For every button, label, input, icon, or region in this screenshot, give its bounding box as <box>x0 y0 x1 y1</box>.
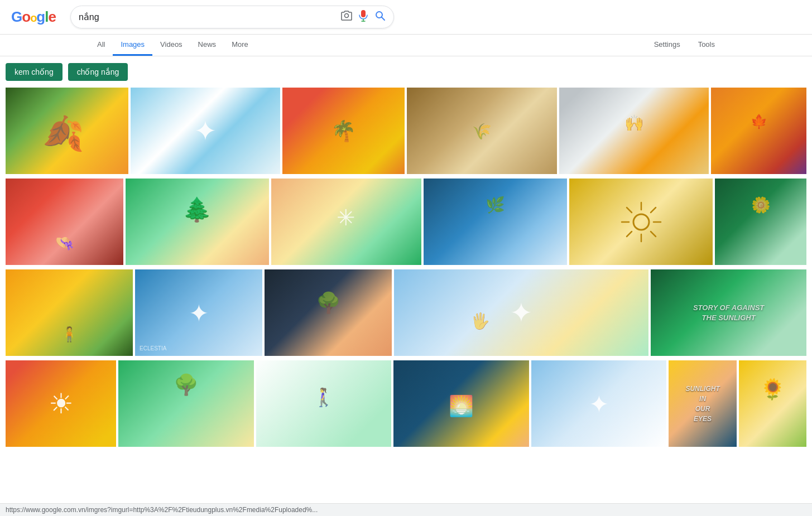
bokeh-tree-icon: 🌳 <box>174 373 199 397</box>
image-tile-6[interactable]: 🍁 <box>711 88 806 174</box>
svg-line-13 <box>627 232 632 237</box>
suggestion-chips: kem chống chống nắng <box>0 56 812 88</box>
svg-line-4 <box>381 17 385 21</box>
svg-line-10 <box>627 208 632 213</box>
image-tile-15[interactable]: 🌳 <box>265 269 392 356</box>
flower-field-icon: 🌼 <box>751 196 771 214</box>
image-tile-2[interactable]: ✦ <box>131 88 280 174</box>
search-icons <box>341 9 386 25</box>
logo-g1: G <box>11 8 22 26</box>
grass-icon: 🌾 <box>472 122 492 140</box>
search-input[interactable] <box>79 12 335 22</box>
bright-sun-icon: ✦ <box>589 389 609 418</box>
image-tile-7[interactable]: 👒 <box>6 179 123 265</box>
logo-dot: o <box>30 12 36 25</box>
logo-g2: g <box>36 8 45 26</box>
leaf-icon: 🍂 <box>42 114 84 153</box>
image-row-1: 🍂 ✦ 🌴 🌾 🙌 🍁 <box>6 88 806 174</box>
tree-road-icon: 🌳 <box>316 291 341 315</box>
tab-tools[interactable]: Tools <box>690 35 723 56</box>
svg-point-5 <box>633 214 649 230</box>
image-tile-23[interactable]: SUNLIGHT IN OUR EYES <box>669 360 736 447</box>
hands-sun-icon: 🙌 <box>624 114 644 132</box>
sunlight-quote-text: STORY OF AGAINST THE SUNLIGHT <box>693 302 764 322</box>
image-row-3: 🧍 ✦ ECLESTIA 🌳 ✦ 🖐 STORY OF AGAINST THE … <box>6 269 806 356</box>
logo-e: e <box>48 8 55 26</box>
palm-sun-icon: 🌴 <box>331 119 356 143</box>
image-tile-21[interactable]: 🌅 <box>393 360 529 447</box>
image-tile-13[interactable]: 🧍 <box>6 269 133 356</box>
sunlight-eyes-text: SUNLIGHT IN OUR EYES <box>685 384 719 424</box>
hand-sun-icon: ✦ <box>510 297 533 329</box>
search-submit-icon[interactable] <box>374 10 386 24</box>
image-tile-24[interactable]: 🌻 <box>739 360 806 447</box>
windmill-icon: ✳ <box>337 205 355 230</box>
image-row-2: 👒 🌲 ✳ 🌿 <box>6 179 806 265</box>
tab-settings[interactable]: Settings <box>646 35 688 56</box>
tab-more[interactable]: More <box>224 35 256 56</box>
svg-line-11 <box>651 232 656 237</box>
chip-chong-nang[interactable]: chống nắng <box>68 63 128 81</box>
forest-sun-icon: 🌲 <box>182 196 212 223</box>
google-logo[interactable]: Google <box>11 8 56 26</box>
image-tile-14[interactable]: ✦ ECLESTIA <box>135 269 262 356</box>
header: Google <box>0 0 812 35</box>
watermark-text: ECLESTIA <box>140 345 166 351</box>
image-row-4: ☀ 🌳 🚶‍♀️ 🌅 ✦ SUNLIGHT IN OUR EYES <box>6 360 806 447</box>
search-bar <box>70 6 394 28</box>
image-tile-9[interactable]: ✳ <box>271 179 421 265</box>
sand-sun-drawing <box>619 200 664 244</box>
image-tile-10[interactable]: 🌿 <box>424 179 567 265</box>
svg-line-12 <box>651 208 656 213</box>
hand-icon: 🖐 <box>470 312 490 330</box>
image-tile-19[interactable]: 🌳 <box>118 360 254 447</box>
image-tile-11[interactable] <box>569 179 713 265</box>
sunburst-icon: ✦ <box>194 115 217 147</box>
image-tile-3[interactable]: 🌴 <box>282 88 405 174</box>
autumn-tree-icon: 🍁 <box>751 114 767 129</box>
tab-images[interactable]: Images <box>113 35 152 56</box>
logo-o1: o <box>22 8 30 26</box>
image-tile-18[interactable]: ☀ <box>6 360 116 447</box>
image-tile-20[interactable]: 🚶‍♀️ <box>256 360 392 447</box>
image-tile-1[interactable]: 🍂 <box>6 88 128 174</box>
tab-news[interactable]: News <box>190 35 224 56</box>
nav-tabs: All Images Videos News More Settings Too… <box>0 35 812 56</box>
image-grid: 🍂 ✦ 🌴 🌾 🙌 🍁 <box>0 88 812 449</box>
image-tile-4[interactable]: 🌾 <box>407 88 556 174</box>
woman-hat-icon: 👒 <box>55 234 74 252</box>
chip-kem-chong[interactable]: kem chống <box>6 63 63 81</box>
orange-sun-icon: ☀ <box>49 388 74 420</box>
blue-sun-icon: ✦ <box>189 298 209 327</box>
image-tile-12[interactable]: 🌼 <box>715 179 806 265</box>
leaf-branch-icon: 🌿 <box>486 196 505 214</box>
image-tile-5[interactable]: 🙌 <box>559 88 709 174</box>
daisy-icon: 🌻 <box>760 378 785 401</box>
woman-white-icon: 🚶‍♀️ <box>313 387 335 408</box>
image-tile-8[interactable]: 🌲 <box>126 179 269 265</box>
sunset-icon: 🌅 <box>449 394 474 418</box>
image-tile-17[interactable]: STORY OF AGAINST THE SUNLIGHT <box>651 269 806 356</box>
nav-right: Settings Tools <box>646 35 723 56</box>
tab-videos[interactable]: Videos <box>152 35 190 56</box>
image-tile-22[interactable]: ✦ <box>531 360 667 447</box>
mic-icon[interactable] <box>359 9 368 25</box>
image-tile-16[interactable]: ✦ 🖐 <box>394 269 648 356</box>
camera-icon[interactable] <box>341 11 352 23</box>
woman-field-icon: 🧍 <box>60 326 78 343</box>
svg-rect-0 <box>361 10 366 17</box>
tab-all[interactable]: All <box>89 35 113 56</box>
